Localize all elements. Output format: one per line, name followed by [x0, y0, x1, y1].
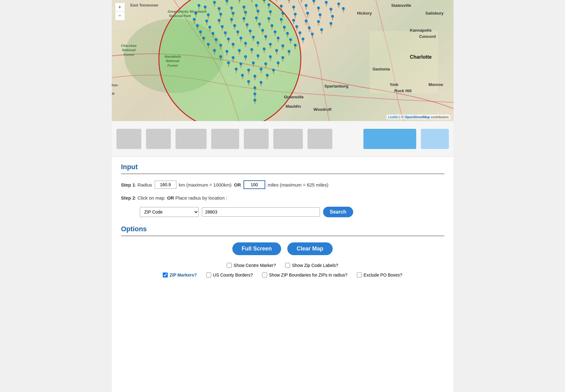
label-nantahala: NantahalaNationalForest: [165, 54, 181, 68]
full-screen-button[interactable]: Full Screen: [232, 242, 281, 255]
map-marker: 📍: [219, 25, 225, 30]
map-marker: 📍: [269, 25, 275, 29]
map-marker: 📍: [252, 93, 258, 98]
step2-label: Step 2: Click on map OR Place radius by …: [121, 195, 227, 201]
redacted-block-light-blue: [421, 129, 449, 149]
map-marker: 📍: [191, 18, 197, 23]
map-marker: 📍: [278, 5, 284, 10]
zip-boundaries-checkbox[interactable]: [262, 273, 267, 277]
us-county-checkbox[interactable]: [206, 273, 211, 277]
map-marker: 📍: [281, 26, 287, 31]
show-centre-checkbox[interactable]: [227, 263, 232, 268]
label-woodruff: Woodruff: [314, 107, 332, 112]
map-marker: 📍: [224, 50, 230, 55]
zip-boundaries-checkbox-label[interactable]: Show ZIP Boundaries for ZIPs in radius?: [262, 273, 348, 277]
radius-km-suffix: km (maximum = 1000km): [179, 182, 232, 187]
map-marker: 📍: [196, 4, 202, 9]
map-marker: 📍: [273, 49, 280, 54]
map-marker: 📍: [228, 18, 235, 23]
page-container: 📍📍📍📍📍📍📍📍📍📍📍📍📍📍📍📍📍📍📍📍📍📍📍📍📍📍📍📍📍📍📍📍📍📍📍📍📍📍📍📍…: [112, 0, 453, 392]
show-centre-label: Show Centre Marker?: [234, 263, 276, 268]
map-marker: 📍: [267, 56, 273, 61]
map-marker: 📍: [328, 22, 334, 27]
zoom-in-button[interactable]: +: [115, 3, 125, 11]
map-marker: 📍: [241, 17, 247, 22]
map-marker: 📍: [242, 42, 248, 47]
map-marker: 📍: [211, 49, 217, 54]
zoom-out-button[interactable]: −: [115, 11, 125, 20]
map-marker: 📍: [284, 32, 290, 37]
map-marker: 📍: [267, 43, 273, 48]
map-marker: 📍: [256, 23, 262, 28]
map-attribution: Leaflet | © OpenStreetMap contributors: [386, 115, 450, 119]
map-marker: 📍: [270, 69, 276, 74]
label-monroe: Monroe: [429, 82, 443, 87]
main-content: Input Step 1: Radius km (maximum = 1000k…: [112, 157, 453, 288]
map-marker: 📍: [286, 0, 292, 3]
map-marker: 📍: [264, 74, 270, 79]
label-al: al: [112, 92, 115, 95]
label-statesville: Statesville: [391, 3, 411, 8]
osm-link[interactable]: OpenStreetMap: [405, 115, 430, 119]
map-marker: 📍: [216, 7, 222, 12]
exclude-po-checkbox-label[interactable]: Exclude PO Boxes?: [357, 273, 403, 277]
map-marker: 📍: [252, 75, 258, 80]
map-marker: 📍: [217, 44, 224, 49]
exclude-po-label: Exclude PO Boxes?: [364, 273, 403, 277]
map-marker: 📍: [213, 38, 219, 43]
label-cherokee: CherokeeNationalForest: [121, 43, 137, 57]
map-marker: 📍: [290, 6, 297, 11]
map-marker: 📍: [245, 80, 252, 85]
map-marker: 📍: [253, 4, 259, 9]
attribution-copy: | ©: [399, 115, 404, 119]
search-button[interactable]: Search: [323, 207, 353, 217]
map-marker: 📍: [245, 69, 252, 74]
zip-markers-checkbox-label[interactable]: ZIP Markers?: [163, 273, 197, 277]
map-marker: 📍: [258, 81, 264, 86]
map-marker: 📍: [211, 1, 217, 6]
map-marker: 📍: [262, 63, 269, 68]
show-zip-labels-checkbox[interactable]: [285, 263, 290, 268]
step2-or: OR: [167, 195, 174, 201]
options-divider: [121, 236, 444, 236]
map-marker: 📍: [236, 49, 242, 54]
label-greenville: Greenville: [284, 95, 304, 99]
label-charlotte: Charlotte: [410, 54, 432, 60]
map-marker: 📍: [340, 7, 346, 12]
map-marker: 📍: [323, 1, 329, 6]
map-marker: 📍: [258, 68, 264, 73]
us-county-checkbox-label[interactable]: US County Borders?: [206, 273, 253, 277]
radius-km-input[interactable]: [155, 181, 176, 189]
map-marker: 📍: [259, 29, 266, 34]
map-marker: 📍: [287, 38, 294, 43]
map-container[interactable]: 📍📍📍📍📍📍📍📍📍📍📍📍📍📍📍📍📍📍📍📍📍📍📍📍📍📍📍📍📍📍📍📍📍📍📍📍📍📍📍📍…: [112, 0, 453, 121]
clear-map-button[interactable]: Clear Map: [287, 242, 333, 255]
redacted-banner: [112, 121, 453, 157]
map-marker: 📍: [255, 42, 261, 47]
map-marker: 📍: [273, 0, 280, 2]
map-marker: 📍: [311, 0, 317, 5]
show-zip-labels-checkbox-label[interactable]: Show Zip Code Labels?: [285, 263, 338, 268]
map-marker: 📍: [239, 74, 245, 79]
map-marker: 📍: [304, 12, 311, 17]
map-marker: 📍: [252, 99, 258, 104]
zip-markers-checkbox[interactable]: [163, 273, 168, 277]
map-marker: 📍: [329, 15, 335, 20]
location-type-select[interactable]: ZIP Code City Address Lat/Long: [140, 207, 199, 217]
map-marker: 📍: [297, 32, 303, 37]
exclude-po-checkbox[interactable]: [357, 273, 362, 277]
zip-boundaries-label: Show ZIP Boundaries for ZIPs in radius?: [269, 273, 348, 277]
label-east-tn: East Tennessee: [130, 3, 158, 7]
map-marker: 📍: [278, 18, 284, 23]
label-rock-hill: Rock Hill: [394, 88, 412, 93]
radius-miles-input[interactable]: [244, 180, 265, 189]
map-marker: 📍: [303, 4, 309, 9]
map-marker: 📍: [290, 19, 297, 24]
show-centre-checkbox-label[interactable]: Show Centre Marker?: [227, 263, 276, 268]
map-marker: 📍: [317, 14, 323, 19]
map-marker: 📍: [253, 17, 259, 22]
location-input[interactable]: [202, 207, 320, 217]
redacted-block-3: [175, 129, 207, 149]
redacted-block-6: [273, 129, 303, 149]
leaflet-link[interactable]: Leaflet: [388, 115, 398, 119]
